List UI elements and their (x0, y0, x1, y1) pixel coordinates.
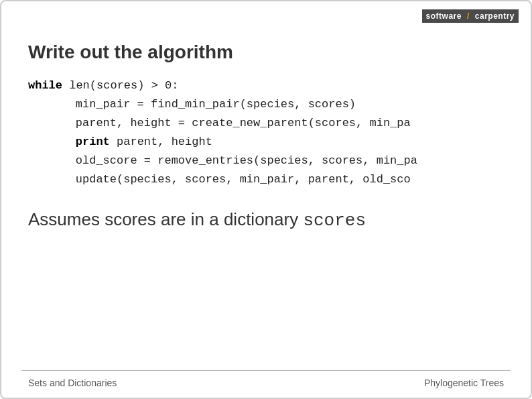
code-line-3: parent, height = create_new_parent(score… (28, 114, 504, 133)
code-line-4-rest: parent, height (110, 135, 212, 148)
code-line-6: update(species, scores, min_pair, parent… (28, 170, 504, 189)
slide: software/carpentry Write out the algorit… (0, 0, 532, 399)
code-line-1: while len(scores) > 0: (28, 76, 504, 95)
code-line-2: min_pair = find_min_pair(species, scores… (28, 95, 504, 114)
code-line-4: print parent, height (28, 133, 504, 152)
footer-right: Phylogenetic Trees (424, 378, 504, 388)
assumes-text: Assumes scores are in a dictionary score… (28, 209, 504, 231)
code-line-1-rest: len(scores) > 0: (62, 79, 178, 92)
assumes-code-word: scores (303, 211, 366, 231)
assumes-text-before: Assumes scores are in a dictionary (28, 209, 303, 229)
keyword-print: print (48, 135, 110, 148)
logo-slash: / (466, 9, 471, 23)
code-block: while len(scores) > 0: min_pair = find_m… (28, 76, 504, 189)
logo-carpentry: carpentry (471, 9, 519, 23)
footer: Sets and Dictionaries Phylogenetic Trees (28, 378, 504, 388)
logo: software/carpentry (422, 9, 519, 23)
code-line-5: old_score = remove_entries(species, scor… (28, 152, 504, 170)
footer-divider (21, 370, 511, 371)
logo-software: software (422, 9, 466, 23)
keyword-while: while (28, 79, 62, 92)
footer-left: Sets and Dictionaries (28, 378, 117, 388)
page-title: Write out the algorithm (28, 42, 504, 63)
